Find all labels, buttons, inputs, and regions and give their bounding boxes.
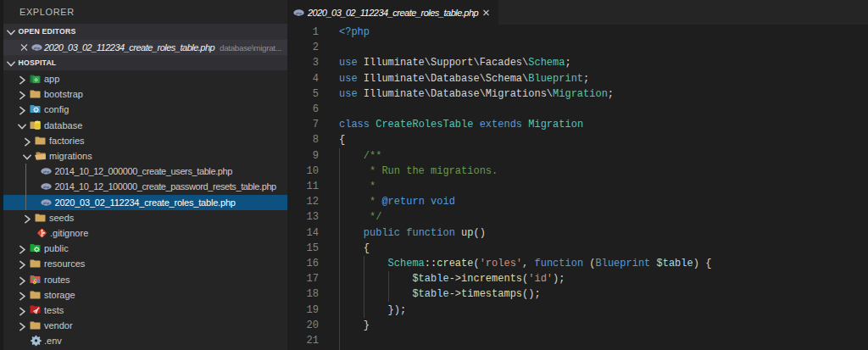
svg-text:php: php xyxy=(43,169,50,174)
svg-text:php: php xyxy=(33,45,40,49)
svg-text:php: php xyxy=(43,185,50,189)
svg-text:php: php xyxy=(43,200,50,204)
svg-text:php: php xyxy=(296,10,303,14)
